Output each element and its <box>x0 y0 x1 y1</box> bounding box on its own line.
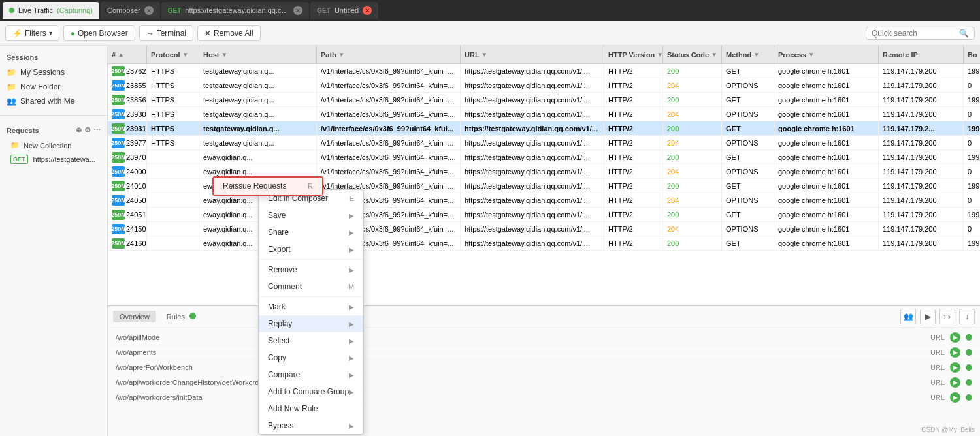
table-row[interactable]: 250N 23762 HTTPS testgateway.qidian.q...… <box>108 64 980 78</box>
tab-get-untitled[interactable]: GET Untitled ✕ <box>310 2 378 19</box>
remove-all-button[interactable]: ✕ Remove All <box>197 25 261 41</box>
context-menu-item-label: Bypass <box>268 421 293 430</box>
context-menu-item-add-to-compare-group[interactable]: Add to Compare Group ▶ <box>259 383 363 400</box>
context-menu-item-share[interactable]: Share ▶ <box>259 224 363 241</box>
context-menu-item-remove[interactable]: Remove ▶ <box>259 261 363 278</box>
context-menu-item-comment[interactable]: Comment M <box>259 278 363 295</box>
tab-composer[interactable]: Composer ✕ <box>101 2 160 19</box>
filter-method-icon[interactable]: ▼ <box>753 51 760 58</box>
terminal-button[interactable]: → Terminal <box>139 25 193 41</box>
sidebar-item-my-sessions[interactable]: 📁 My Sessions <box>0 65 107 80</box>
cell-status: 200 <box>663 93 722 106</box>
my-sessions-label: My Sessions <box>20 68 65 77</box>
context-menu-item-bypass[interactable]: Bypass ▶ <box>259 417 363 434</box>
context-menu-item-compare[interactable]: Compare ▶ <box>259 366 363 383</box>
table-row[interactable]: 250N 23970 eway.qidian.q... /v1/interfac… <box>108 150 980 164</box>
filter-host-icon[interactable]: ▼ <box>221 51 227 58</box>
table-row[interactable]: 250N 23930 HTTPS testgateway.qidian.q...… <box>108 107 980 121</box>
browser-icon: ● <box>71 29 75 38</box>
context-menu-item-mark[interactable]: Mark ▶ <box>259 298 363 315</box>
table-row[interactable]: 250N 23856 HTTPS testgateway.qidian.q...… <box>108 93 980 107</box>
reissue-requests-shortcut: R <box>308 182 313 190</box>
filter-http-icon[interactable]: ▼ <box>657 51 663 58</box>
cell-method: GET <box>722 121 774 135</box>
bottom-action-forward[interactable]: ↦ <box>939 309 955 324</box>
filter-process-icon[interactable]: ▼ <box>808 51 815 58</box>
col-header-host[interactable]: Host ▼ <box>199 46 317 63</box>
submenu-reissue-requests[interactable]: Reissue Requests R <box>214 178 322 195</box>
cell-http: HTTP/2 <box>604 93 663 106</box>
context-menu-item-export[interactable]: Export ▶ <box>259 241 363 258</box>
bottom-tab-rules[interactable]: Rules <box>160 311 203 322</box>
cell-host: eway.qidian.q... <box>199 150 317 164</box>
context-menu-item-replay[interactable]: Replay ▶ <box>259 315 363 332</box>
bottom-action-play[interactable]: ▶ <box>920 309 936 324</box>
filters-button[interactable]: ⚡ Filters ▾ <box>5 25 59 41</box>
table-row[interactable]: 250N 23931 HTTPS testgateway.qidian.q...… <box>108 121 980 136</box>
col-header-num[interactable]: # ▲ <box>108 46 147 63</box>
bottom-panel-row[interactable]: /wo/apments URL ▶ <box>108 345 980 360</box>
bottom-panel-row[interactable]: /wo/api/workorderChangeHistory/getWorkor… <box>108 375 980 390</box>
sidebar-item-shared-with-me[interactable]: 👥 Shared with Me <box>0 94 107 108</box>
filter-url-icon[interactable]: ▼ <box>482 51 488 58</box>
col-header-bo[interactable]: Bo <box>964 46 980 63</box>
cell-process: google chrome h:1601 <box>774 78 879 92</box>
search-box[interactable]: 🔍 <box>866 27 975 40</box>
cell-num: 250N 23931 <box>108 121 147 135</box>
bottom-panel-row[interactable]: /wo/apillMode URL ▶ <box>108 330 980 345</box>
col-header-method[interactable]: Method ▼ <box>722 46 774 63</box>
tab-get-url1[interactable]: GET https://testgateway.qidian.qq.com/wo… <box>161 2 310 19</box>
context-menu-shortcut: E <box>350 195 354 202</box>
table-row[interactable]: 250N 24160 eway.qidian.q... /v1/interfac… <box>108 236 980 251</box>
table-row[interactable]: 250N 23855 HTTPS testgateway.qidian.q...… <box>108 78 980 93</box>
table-row[interactable]: 250N 24150 eway.qidian.q... /v1/interfac… <box>108 222 980 236</box>
context-menu-divider <box>259 259 363 260</box>
bottom-action-person[interactable]: 👥 <box>900 309 916 324</box>
col-header-remote-ip[interactable]: Remote IP <box>879 46 964 63</box>
col-header-status[interactable]: Status Code ▼ <box>663 46 722 63</box>
col-header-url[interactable]: URL ▼ <box>461 46 604 63</box>
sidebar-add-collection-icon[interactable]: ⊕ <box>76 126 82 134</box>
sidebar-requests-more-icon[interactable]: ⋯ <box>93 126 101 134</box>
column-headers: # ▲ Protocol ▼ Host ▼ Path ▼ URL ▼ <box>108 46 980 64</box>
context-menu-item-select[interactable]: Select ▶ <box>259 332 363 349</box>
table-row[interactable]: 250N 23977 HTTPS testgateway.qidian.q...… <box>108 136 980 150</box>
context-menu-item-save[interactable]: Save ▶ <box>259 207 363 224</box>
terminal-icon: → <box>146 29 154 38</box>
tab-live-traffic[interactable]: Live Traffic (Capturing) <box>3 2 99 19</box>
tab-get-untitled-close[interactable]: ✕ <box>363 6 372 15</box>
bottom-panel-row[interactable]: /wo/api/workorders/initData URL ▶ <box>108 390 980 405</box>
bottom-row-play-btn[interactable]: ▶ <box>950 377 960 388</box>
sidebar-item-get-url[interactable]: GET https://testgatewa... <box>0 152 107 166</box>
context-menu-item-copy[interactable]: Copy ▶ <box>259 349 363 366</box>
row-type-icon: 250N <box>112 238 125 249</box>
bottom-panel-row[interactable]: /wo/aprerForWorkbench URL ▶ <box>108 360 980 375</box>
col-header-http[interactable]: HTTP Version ▼ <box>604 46 663 63</box>
bottom-row-play-btn[interactable]: ▶ <box>950 347 960 358</box>
sidebar-item-new-folder[interactable]: 📁 New Folder <box>0 80 107 94</box>
cell-status: 204 <box>663 193 722 207</box>
cell-path: /v1/interface/cs/0x3f6_99?uint64_kfuin=.… <box>317 164 461 178</box>
sidebar-requests-settings-icon[interactable]: ⚙ <box>84 126 91 134</box>
filter-status-icon[interactable]: ▼ <box>711 51 717 58</box>
filter-path-icon[interactable]: ▼ <box>338 51 345 58</box>
bottom-tab-overview[interactable]: Overview <box>113 311 156 322</box>
col-header-process[interactable]: Process ▼ <box>774 46 879 63</box>
col-header-protocol[interactable]: Protocol ▼ <box>147 46 199 63</box>
tab-get-url1-close[interactable]: ✕ <box>293 6 302 15</box>
search-input[interactable] <box>872 29 956 38</box>
open-browser-button[interactable]: ● Open Browser <box>63 25 135 41</box>
context-menu-arrow-icon: ▶ <box>349 388 354 396</box>
context-menu-item-add-new-rule[interactable]: Add New Rule <box>259 400 363 417</box>
sidebar-sessions-section: Sessions 📁 My Sessions 📁 New Folder 👥 Sh… <box>0 46 107 112</box>
bottom-row-play-btn[interactable]: ▶ <box>950 332 960 343</box>
bottom-row-play-btn[interactable]: ▶ <box>950 362 960 373</box>
sidebar-item-new-collection[interactable]: 📁 New Collection <box>0 138 107 152</box>
col-header-path[interactable]: Path ▼ <box>317 46 461 63</box>
cell-path: /v1/interface/cs/0x3f6_99?uint64_kfuin=.… <box>317 93 461 106</box>
bottom-row-play-btn[interactable]: ▶ <box>950 392 960 403</box>
tab-composer-close[interactable]: ✕ <box>144 6 154 15</box>
table-row[interactable]: 250N 24051 eway.qidian.q... /v1/interfac… <box>108 208 980 222</box>
bottom-action-download[interactable]: ↓ <box>959 309 975 324</box>
filter-protocol-icon[interactable]: ▼ <box>182 51 189 58</box>
